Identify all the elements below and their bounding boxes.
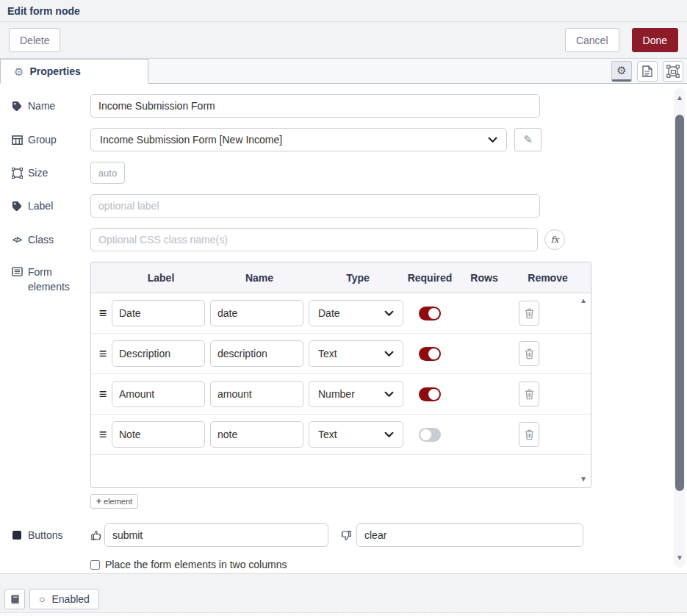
thumbs-up-icon: [90, 529, 103, 542]
delete-element-button[interactable]: [519, 382, 539, 407]
column-header-name: Name: [210, 272, 309, 284]
gear-icon: ⚙: [14, 66, 24, 77]
properties-tab-icon-button[interactable]: ⚙: [611, 61, 632, 82]
element-name-input[interactable]: [210, 300, 303, 326]
delete-button[interactable]: Delete: [9, 28, 60, 52]
appearance-tab-icon-button[interactable]: [663, 61, 683, 82]
node-help-button[interactable]: [4, 589, 25, 609]
workspace-edge: [0, 612, 687, 616]
chevron-down-icon: [384, 351, 394, 357]
table-scrollbar[interactable]: ▲ ▼: [578, 297, 589, 483]
circle-icon: ○: [39, 594, 45, 604]
element-type-value: Text: [318, 429, 337, 440]
drag-handle-icon[interactable]: ≡: [94, 306, 112, 321]
list-icon: [11, 265, 23, 277]
group-select[interactable]: Income Submission Form [New Income]: [90, 128, 507, 151]
clear-button-text-input[interactable]: [356, 523, 583, 547]
expression-fx-button[interactable]: fx: [544, 229, 565, 250]
required-toggle[interactable]: [419, 387, 441, 401]
delete-element-button[interactable]: [519, 301, 539, 326]
tag-icon: [11, 201, 23, 212]
scroll-up-icon[interactable]: ▲: [580, 297, 587, 304]
required-toggle[interactable]: [419, 347, 441, 361]
tab-icon-buttons: ⚙: [611, 61, 687, 82]
element-name-input[interactable]: [210, 381, 303, 407]
cancel-button[interactable]: Cancel: [565, 28, 619, 52]
element-label-input[interactable]: [112, 421, 205, 448]
rows-cell: [453, 354, 516, 354]
column-header-label: Label: [112, 272, 210, 284]
element-label-input[interactable]: [112, 381, 205, 407]
submit-button-text-input[interactable]: [104, 523, 328, 547]
tab-properties-label: Properties: [29, 65, 80, 77]
element-name-input[interactable]: [210, 421, 303, 448]
element-type-select[interactable]: Text: [309, 340, 403, 367]
class-field-label: </> Class: [11, 234, 90, 246]
pencil-icon: ✎: [523, 133, 533, 146]
thumbs-down-icon: [339, 529, 352, 542]
editor-tab-bar: ⚙ Properties ⚙: [0, 59, 687, 84]
drag-handle-icon[interactable]: ≡: [94, 346, 112, 362]
dialog-footer: ○ Enabled: [0, 573, 687, 612]
delete-element-button[interactable]: [519, 341, 539, 366]
dialog-title: Edit form node: [7, 5, 80, 17]
element-type-select[interactable]: Text: [309, 421, 403, 448]
elements-table: Label Name Type Required Rows Remove ≡ D…: [90, 262, 591, 488]
buttons-field-label: Buttons: [11, 529, 90, 541]
group-field-label: Group: [11, 134, 90, 146]
group-field-row: Group Income Submission Form [New Income…: [11, 128, 687, 151]
drag-handle-icon[interactable]: ≡: [94, 387, 112, 402]
column-header-type: Type: [309, 272, 407, 284]
dialog-button-bar: Delete Cancel Done: [0, 22, 687, 59]
size-field-row: Size auto: [11, 162, 687, 184]
element-row: ≡ Text: [91, 334, 591, 374]
delete-element-button[interactable]: [519, 422, 539, 447]
scroll-down-icon[interactable]: ▼: [580, 476, 587, 483]
two-columns-checkbox[interactable]: [90, 560, 100, 570]
document-icon: [642, 65, 652, 77]
required-toggle[interactable]: [419, 428, 441, 442]
trash-icon: [525, 308, 534, 319]
edit-group-button[interactable]: ✎: [514, 128, 542, 151]
element-type-value: Date: [318, 307, 340, 319]
required-toggle[interactable]: [419, 307, 441, 320]
square-icon: [11, 531, 23, 540]
done-button[interactable]: Done: [632, 28, 678, 52]
group-select-value: Income Submission Form [New Income]: [100, 134, 282, 146]
code-icon: </>: [11, 236, 23, 244]
label-input[interactable]: [90, 194, 540, 218]
add-element-button[interactable]: + element: [90, 494, 138, 509]
size-auto-button[interactable]: auto: [90, 162, 125, 184]
chevron-down-icon: [488, 137, 497, 143]
column-header-required: Required: [407, 272, 453, 284]
plus-icon: +: [96, 496, 101, 506]
name-field-row: Name: [11, 94, 687, 118]
element-label-input[interactable]: [112, 340, 205, 367]
drag-handle-icon[interactable]: ≡: [94, 427, 112, 443]
element-type-select[interactable]: Date: [309, 300, 403, 326]
element-name-input[interactable]: [210, 340, 303, 367]
trash-icon: [525, 348, 534, 359]
label-field-label: Label: [11, 200, 90, 212]
element-label-input[interactable]: [112, 300, 205, 326]
chevron-down-icon: [384, 431, 394, 438]
tag-icon: [11, 101, 23, 112]
name-input[interactable]: [90, 94, 540, 118]
rows-cell: [453, 313, 516, 314]
properties-panel: Name Group Income Submission Form [New I…: [0, 84, 687, 573]
panel-scrollbar[interactable]: ▲ ▼: [674, 88, 686, 567]
dialog-header: Edit form node: [0, 0, 687, 22]
form-elements-field-label: Form elements: [11, 262, 90, 295]
element-row: ≡ Text: [91, 415, 591, 455]
description-tab-icon-button[interactable]: [637, 61, 658, 82]
scroll-up-icon[interactable]: ▲: [674, 94, 686, 101]
buttons-field-row: Buttons: [11, 523, 687, 547]
rows-cell: [453, 434, 516, 435]
tab-properties[interactable]: ⚙ Properties: [0, 59, 148, 84]
chevron-down-icon: [384, 310, 394, 317]
class-input[interactable]: [90, 228, 538, 251]
enabled-toggle-button[interactable]: ○ Enabled: [29, 589, 99, 609]
panel-scrollbar-thumb[interactable]: [675, 115, 684, 491]
element-type-select[interactable]: Number: [309, 381, 403, 407]
scroll-down-icon[interactable]: ▼: [674, 554, 686, 562]
